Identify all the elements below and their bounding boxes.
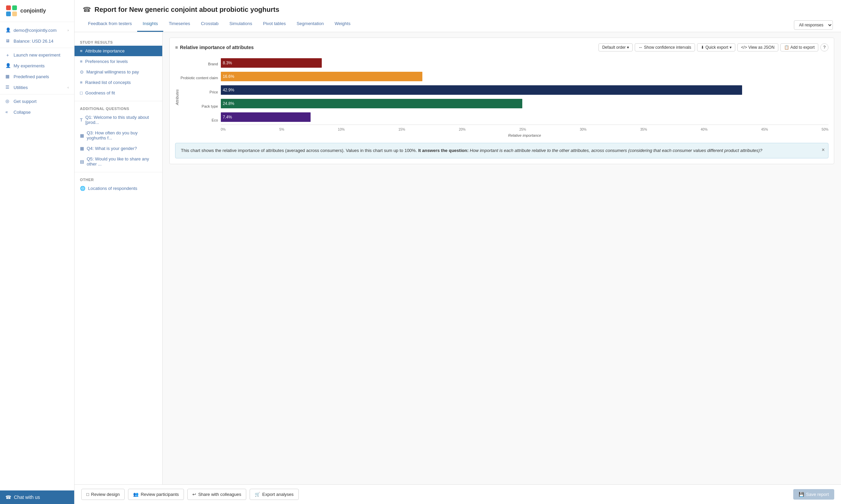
panel-item-q1-label: Q1: Welcome to this study about [prod... — [85, 115, 157, 125]
sidebar-divider-2 — [0, 94, 74, 94]
sidebar-item-launch-label: Launch new experiment — [14, 52, 60, 57]
panel-item-locations-label: Locations of respondents — [88, 186, 137, 191]
code-icon: </> — [741, 45, 747, 50]
sidebar-item-panels-label: Predefined panels — [14, 74, 49, 79]
y-axis-title-container: Attributes — [175, 57, 180, 138]
x-axis-title: Relative importance — [221, 133, 828, 138]
bar-price: 42.9% — [221, 85, 742, 95]
tab-simulations[interactable]: Simulations — [224, 18, 258, 32]
panel-item-attribute-importance-label: Attribute importance — [85, 49, 125, 53]
panel-item-locations[interactable]: 🌐 Locations of respondents — [74, 183, 162, 194]
tab-insights[interactable]: Insights — [137, 18, 163, 32]
plus-icon: ＋ — [5, 52, 11, 57]
panel-item-willingness-to-pay[interactable]: ⊙ Marginal willingness to pay — [74, 67, 162, 77]
sidebar-nav: 👤 demo@conjointly.com › 🖥 Balance: USD 2… — [0, 22, 74, 120]
tab-weights[interactable]: Weights — [329, 18, 356, 32]
page-title: Report for New generic conjoint about pr… — [94, 6, 279, 14]
x-label-50%: 50% — [822, 128, 828, 131]
chat-button[interactable]: ☎ Chat with us — [0, 490, 74, 504]
sidebar-item-balance-label: Balance: USD 26.14 — [14, 39, 53, 44]
tab-timeseries[interactable]: Timeseries — [163, 18, 195, 32]
review-participants-button[interactable]: 👥 Review participants — [128, 489, 184, 500]
attribute-importance-icon: ≡ — [80, 49, 83, 53]
x-label-10%: 10% — [338, 128, 345, 131]
conjointly-logo-icon — [5, 5, 18, 17]
bar-row-eco: 7.4% — [221, 111, 828, 123]
sidebar-item-utilities[interactable]: ☰ Utilities ‹ — [0, 82, 74, 93]
panel-item-q4-label: Q4: What is your gender? — [87, 146, 137, 151]
bar-brand: 8.3% — [221, 58, 322, 68]
help-button[interactable]: ? — [820, 43, 828, 51]
y-axis-labels: Brand Probiotic content claim Price Pack… — [180, 57, 221, 138]
ranked-list-icon: ≡ — [80, 80, 83, 85]
other-title: Other — [74, 175, 162, 183]
add-to-export-button[interactable]: 📋 Add to export — [781, 43, 818, 51]
bar-row-pack-type: 24.8% — [221, 97, 828, 110]
panel-item-q5[interactable]: ▤ Q5: Would you like to share any other … — [74, 154, 162, 169]
info-box-close-button[interactable]: × — [822, 146, 825, 154]
panel-item-ranked-list[interactable]: ≡ Ranked list of concepts — [74, 77, 162, 88]
responses-filter: All responses — [794, 18, 833, 32]
y-label-packtype: Pack type — [180, 100, 218, 112]
logo-text: conjointly — [20, 8, 46, 14]
user-icon: 👤 — [5, 28, 11, 33]
bar-probiotic-content-claim: 16.6% — [221, 72, 423, 81]
svg-rect-3 — [12, 12, 17, 16]
sidebar-item-utilities-label: Utilities — [14, 85, 28, 90]
review-design-button[interactable]: □ Review design — [81, 489, 125, 500]
tab-pivot[interactable]: Pivot tables — [258, 18, 291, 32]
sidebar-item-balance[interactable]: 🖥 Balance: USD 26.14 — [0, 36, 74, 47]
chat-label: Chat with us — [14, 494, 40, 500]
study-results-title: Study results — [74, 38, 162, 46]
add-export-icon: 📋 — [784, 45, 789, 50]
tab-feedback[interactable]: Feedback from testers — [83, 18, 137, 32]
x-axis: 0%5%10%15%20%25%30%35%40%45%50% — [221, 125, 828, 131]
chat-icon: ☎ — [5, 494, 11, 500]
main-content: ☎ Report for New generic conjoint about … — [74, 0, 841, 504]
utilities-chevron-icon: ‹ — [67, 85, 69, 89]
goodness-icon: □ — [80, 90, 83, 95]
sidebar-item-support[interactable]: ◎ Get support — [0, 96, 74, 107]
panel-item-goodness[interactable]: □ Goodness of fit — [74, 88, 162, 98]
quick-export-button[interactable]: ⬇ Quick export ▾ — [697, 43, 735, 51]
info-text-italic: How important is each attribute relative… — [470, 148, 762, 153]
bar-eco: 7.4% — [221, 112, 311, 122]
sidebar-item-user[interactable]: 👤 demo@conjointly.com › — [0, 25, 74, 36]
left-panel: Study results ≡ Attribute importance ≡ P… — [74, 32, 162, 484]
footer: □ Review design 👥 Review participants ↩ … — [74, 484, 841, 504]
export-icon: 🛒 — [255, 492, 260, 497]
arrows-icon: ↔ — [638, 45, 643, 50]
q1-icon: T — [80, 118, 83, 123]
panel-item-q4[interactable]: ▦ Q4: What is your gender? — [74, 143, 162, 154]
panel-item-preferences[interactable]: ≡ Preferences for levels — [74, 56, 162, 67]
info-text-start: This chart shows the relative importance… — [181, 148, 417, 153]
y-axis-title: Attributes — [175, 89, 179, 105]
x-label-20%: 20% — [459, 128, 466, 131]
page-header: ☎ Report for New generic conjoint about … — [74, 0, 841, 32]
bar-row-price: 42.9% — [221, 84, 828, 96]
support-icon: ◎ — [5, 98, 11, 104]
review-design-icon: □ — [86, 492, 89, 497]
tab-crosstab[interactable]: Crosstab — [195, 18, 224, 32]
default-order-button[interactable]: Default order ▾ — [598, 43, 633, 51]
confidence-intervals-button[interactable]: ↔ Show confidence intervals — [635, 43, 695, 51]
panel-item-attribute-importance[interactable]: ≡ Attribute importance — [74, 46, 162, 56]
chart-container: ≡ Relative importance of attributes Defa… — [169, 38, 834, 164]
save-report-button[interactable]: 💾 Save report — [793, 489, 834, 500]
sidebar-item-launch[interactable]: ＋ Launch new experiment — [0, 50, 74, 60]
tab-segmentation[interactable]: Segmentation — [291, 18, 329, 32]
sidebar-item-experiments[interactable]: 👤 My experiments — [0, 60, 74, 71]
sidebar-item-panels[interactable]: ▦ Predefined panels — [0, 71, 74, 82]
responses-select[interactable]: All responses — [794, 20, 833, 30]
view-json-button[interactable]: </> View as JSON — [737, 43, 778, 51]
export-analyses-button[interactable]: 🛒 Export analyses — [250, 489, 299, 500]
panel-item-q1[interactable]: T Q1: Welcome to this study about [prod.… — [74, 112, 162, 128]
chart-title: ≡ Relative importance of attributes — [175, 45, 596, 50]
willingness-icon: ⊙ — [80, 69, 84, 74]
panel-item-q3[interactable]: ▦ Q3: How often do you buy yoghurths f..… — [74, 128, 162, 143]
preferences-icon: ≡ — [80, 59, 83, 64]
export-chevron-icon: ▾ — [730, 45, 732, 50]
share-button[interactable]: ↩ Share with colleagues — [187, 489, 246, 500]
sidebar-item-collapse[interactable]: « Collapse — [0, 107, 74, 118]
balance-icon: 🖥 — [5, 38, 11, 44]
